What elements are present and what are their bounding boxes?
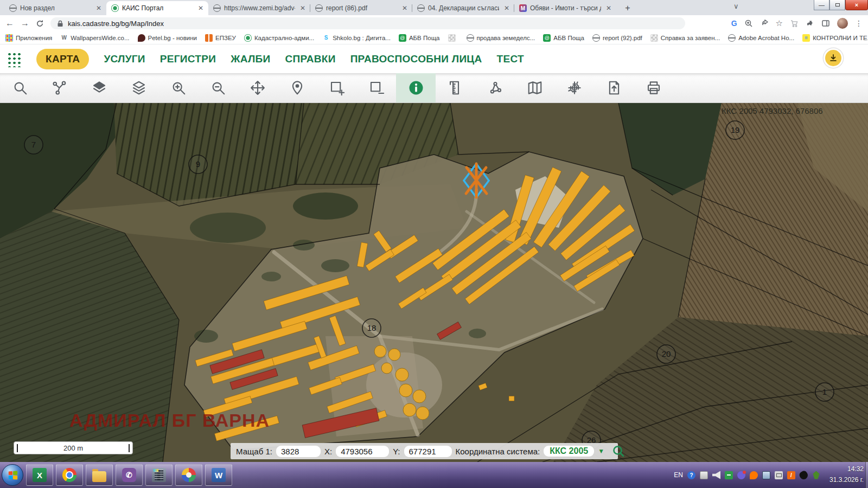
- taskbar-app-button[interactable]: [145, 464, 173, 486]
- avast-icon[interactable]: [750, 471, 758, 479]
- url-bar[interactable]: kais.cadastre.bg/bg/Map/Index: [50, 17, 685, 29]
- route-icon[interactable]: [40, 73, 79, 102]
- map-canvas[interactable]: 79191820126 ККС 2005 4793032, 676806: [0, 103, 868, 462]
- polygon-icon[interactable]: [475, 73, 515, 102]
- help-icon[interactable]: [687, 471, 695, 479]
- bookmark-item[interactable]: Petel.bg - новини: [138, 34, 197, 42]
- share-icon[interactable]: [760, 19, 769, 28]
- taskbar-app-button[interactable]: [175, 464, 202, 486]
- download-button[interactable]: [824, 48, 843, 68]
- search-icon[interactable]: [0, 73, 40, 102]
- browser-tab[interactable]: Нов раздел ✕: [4, 1, 106, 15]
- bookmark-item[interactable]: Shkolo.bg : Дигита...: [322, 34, 391, 42]
- snip-icon[interactable]: [700, 471, 708, 479]
- teamviewer-icon[interactable]: [725, 471, 733, 479]
- display-icon[interactable]: [762, 471, 770, 479]
- start-button[interactable]: [2, 464, 23, 486]
- zoom-lens-icon[interactable]: [744, 19, 753, 28]
- taskbar-app-button[interactable]: [205, 464, 232, 486]
- close-button[interactable]: ×: [845, 0, 868, 10]
- minimize-button[interactable]: —: [814, 0, 829, 10]
- bookmark-item[interactable]: АБВ Поща: [399, 34, 440, 42]
- select-add-icon[interactable]: [317, 73, 356, 102]
- reload-button[interactable]: [36, 20, 44, 28]
- selected-parcel-marker[interactable]: [464, 164, 489, 197]
- browser-tab[interactable]: https://www.zemi.bg/adv-search ✕: [208, 1, 310, 15]
- network-icon[interactable]: [775, 471, 783, 479]
- plant-icon[interactable]: [812, 471, 820, 479]
- power-icon[interactable]: [787, 471, 795, 479]
- layers-icon[interactable]: [119, 73, 158, 102]
- google-icon[interactable]: G: [731, 19, 737, 28]
- bookmark-item[interactable]: WallpapersWide.co...: [60, 34, 129, 42]
- nav-menu-item[interactable]: УСЛУГИ: [104, 53, 145, 65]
- tab-close-icon[interactable]: ✕: [400, 4, 409, 12]
- coordinates-icon[interactable]: [554, 73, 594, 102]
- taskbar-clock[interactable]: 14:32 31.3.2026 г.: [829, 464, 864, 486]
- extensions-puzzle-icon[interactable]: [806, 19, 814, 28]
- bookmark-item[interactable]: Справка за заявен...: [650, 34, 720, 42]
- tab-close-icon[interactable]: ✕: [604, 4, 613, 12]
- bookmark-star-icon[interactable]: ☆: [776, 18, 783, 28]
- nav-menu-item[interactable]: ЖАЛБИ: [231, 53, 270, 65]
- coordinate-search-icon[interactable]: [611, 444, 626, 458]
- browser-tab[interactable]: 04. Декларации съгласие и спец ✕: [412, 1, 514, 15]
- crs-dropdown[interactable]: ККС 2005: [544, 446, 594, 457]
- layers-filled-icon[interactable]: [79, 73, 119, 102]
- browser-menu-icon[interactable]: ⋮: [855, 19, 863, 28]
- language-indicator[interactable]: EN: [674, 471, 683, 479]
- nav-menu-item[interactable]: ТЕСТ: [497, 53, 524, 65]
- new-tab-button[interactable]: +: [621, 1, 635, 15]
- browser-tab[interactable]: КАИС Портал ✕: [106, 1, 208, 15]
- x-coordinate-input[interactable]: [336, 446, 389, 457]
- taskbar-app-button[interactable]: [86, 464, 113, 486]
- crs-dropdown-caret-icon[interactable]: ▼: [598, 447, 604, 455]
- bookmark-item[interactable]: Adobe Acrobat Ho...: [728, 34, 794, 42]
- nav-menu-item[interactable]: РЕГИСТРИ: [160, 53, 216, 65]
- tab-search-chevron-icon[interactable]: ∨: [733, 2, 739, 10]
- map-icon[interactable]: [515, 73, 554, 102]
- scale-input[interactable]: [276, 446, 321, 457]
- info-icon[interactable]: [396, 73, 436, 102]
- bookmark-item[interactable]: АБВ Поща: [543, 34, 584, 42]
- nav-menu-item[interactable]: ПРАВОСПОСОБНИ ЛИЦА: [350, 53, 482, 65]
- print-icon[interactable]: [634, 73, 673, 102]
- tab-close-icon[interactable]: ✕: [502, 4, 511, 12]
- show-desktop-button[interactable]: [865, 462, 868, 488]
- zoom-in-icon[interactable]: [158, 73, 198, 102]
- bookmark-item[interactable]: [448, 34, 458, 42]
- measure-icon[interactable]: [436, 73, 475, 102]
- bookmark-item[interactable]: report (92).pdf: [592, 34, 642, 42]
- speaker-icon[interactable]: [712, 471, 720, 479]
- maximize-button[interactable]: [829, 0, 845, 10]
- tab-close-icon[interactable]: ✕: [94, 4, 103, 12]
- bookmark-item[interactable]: Приложения: [5, 34, 52, 42]
- browser-tab[interactable]: Обяви - Имоти - търси да купи ✕: [514, 1, 616, 15]
- viber-tray-icon[interactable]: [737, 471, 745, 479]
- bookmark-item[interactable]: КОНТРОЛНИ И ТЕ...: [802, 34, 868, 42]
- pan-icon[interactable]: [238, 73, 277, 102]
- tab-close-icon[interactable]: ✕: [298, 4, 307, 12]
- taskbar-app-button[interactable]: [116, 464, 143, 486]
- nav-menu-item[interactable]: СПРАВКИ: [285, 53, 335, 65]
- location-icon[interactable]: [277, 73, 317, 102]
- mouse-icon[interactable]: [798, 470, 809, 481]
- nav-menu-item[interactable]: КАРТА: [36, 49, 89, 69]
- browser-tab[interactable]: report (86).pdf ✕: [310, 1, 412, 15]
- app-grid-icon[interactable]: [7, 51, 22, 67]
- profile-avatar[interactable]: [837, 18, 848, 29]
- bookmark-item[interactable]: продава земеделс...: [467, 34, 535, 42]
- bookmark-item[interactable]: ЕПЗЕУ: [205, 34, 236, 42]
- side-panel-icon[interactable]: [821, 19, 830, 28]
- tab-close-icon[interactable]: ✕: [196, 4, 205, 12]
- forward-button[interactable]: →: [21, 19, 29, 28]
- select-subtract-icon[interactable]: [356, 73, 396, 102]
- cart-icon[interactable]: [790, 19, 799, 28]
- export-icon[interactable]: [594, 73, 634, 102]
- zoom-out-icon[interactable]: [198, 73, 238, 102]
- taskbar-app-button[interactable]: [56, 464, 83, 486]
- back-button[interactable]: ←: [5, 19, 14, 28]
- y-coordinate-input[interactable]: [404, 446, 452, 457]
- taskbar-app-button[interactable]: [26, 464, 53, 486]
- bookmark-item[interactable]: Кадастрално-адми...: [244, 34, 314, 42]
